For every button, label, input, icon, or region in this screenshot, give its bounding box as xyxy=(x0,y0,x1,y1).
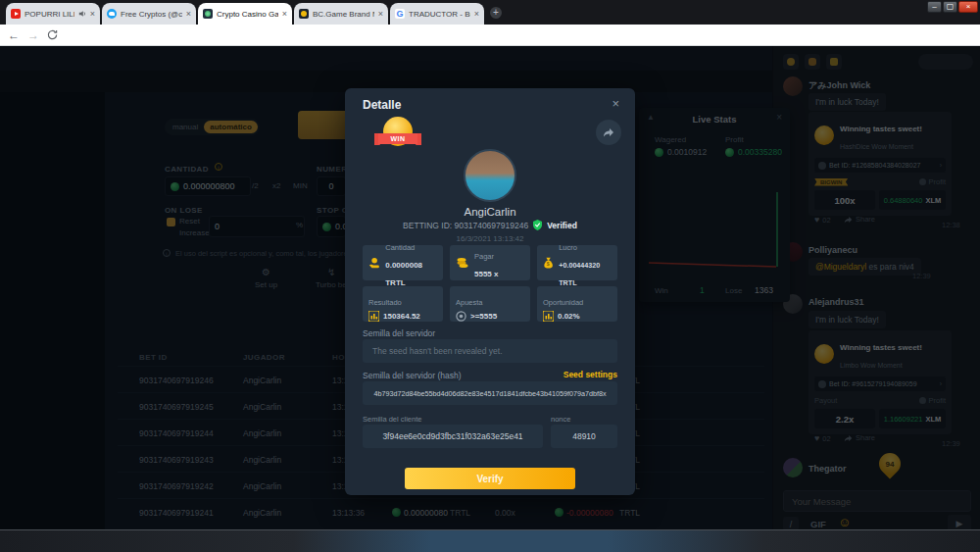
server-seed-value: The seed hasn't been revealed yet. xyxy=(372,346,503,356)
stat-value: 0.0000008 TRTL xyxy=(385,261,422,287)
back-icon[interactable]: ← xyxy=(8,28,20,42)
stat-label: Lucro xyxy=(559,243,577,252)
windows-taskbar: ES ▲ × 01:17 p.m. 16/03/2021 xyxy=(0,529,980,552)
nonce-label: nonce xyxy=(551,415,570,424)
tab-title: POPURRI LILLY GOODMAN xyxy=(24,10,74,19)
server-seed-hash-value: 4b793d72d84be55bd4d06d82e83e4517d1841dfc… xyxy=(373,389,606,398)
tab-google[interactable]: G TRADUCTOR - Buscar con Googl × xyxy=(390,3,484,25)
verified-shield-icon xyxy=(533,220,542,230)
hand-coin-icon xyxy=(368,256,380,270)
tab-title: BC.Game Brand New Medal Ever xyxy=(313,10,374,19)
stat-value: 5555 x xyxy=(474,270,498,278)
chart-icon xyxy=(368,311,379,322)
close-icon[interactable]: × xyxy=(612,96,619,111)
stat-value: >=5555 xyxy=(470,312,497,321)
browser-toolbar: ← → bc.game/limbo ☆ ⋮ xyxy=(0,25,980,46)
bcgame-icon xyxy=(203,9,213,19)
google-icon: G xyxy=(395,9,405,19)
svg-text:$: $ xyxy=(547,261,550,267)
stat-value: 150364.52 xyxy=(383,312,420,321)
tab-title: Free Cryptos (@cryptosfaucets) xyxy=(121,10,182,19)
stat-card-cantidad: Cantidad0.0000008 TRTL xyxy=(363,245,443,280)
stat-card-resultado: Resultado 150364.52 xyxy=(363,286,443,322)
win-medal-badge: WIN xyxy=(372,116,423,155)
stat-label: Apuesta xyxy=(456,298,483,307)
client-seed-value: 3f94ee6e0cd9d3fbc31f032a63e25e41 xyxy=(382,431,522,441)
stat-value: +0.00444320 TRTL xyxy=(559,261,600,287)
stat-value: 0.02% xyxy=(558,312,580,321)
window-maximize-button[interactable]: ▢ xyxy=(943,1,957,13)
nonce-box[interactable]: 48910 xyxy=(551,425,617,448)
modal-title: Detalle xyxy=(363,98,401,112)
betting-id-row: BETTING ID: 9031740697919246 Verified xyxy=(345,220,635,230)
win-medal-label: WIN xyxy=(378,133,417,144)
server-seed-hash-label: Semilla del servidor (hash) xyxy=(363,371,462,380)
tab-close-icon[interactable]: × xyxy=(186,10,191,19)
stat-card-oportunidad: Oportunidad 0.02% xyxy=(537,286,617,322)
money-bag-icon: $ xyxy=(543,256,554,270)
share-icon xyxy=(603,127,614,137)
stat-card-pagar: Pagar5555 x xyxy=(450,245,530,280)
refresh-icon[interactable] xyxy=(47,29,58,40)
server-seed-hash-box[interactable]: 4b793d72d84be55bd4d06d82e83e4517d1841dfc… xyxy=(363,381,617,405)
tab-close-icon[interactable]: × xyxy=(378,10,383,19)
forward-icon[interactable]: → xyxy=(27,28,39,42)
tab-twitter[interactable]: Free Cryptos (@cryptosfaucets) × xyxy=(102,3,196,25)
browser-tabstrip: POPURRI LILLY GOODMAN × Free Cryptos (@c… xyxy=(0,0,980,25)
client-seed-box[interactable]: 3f94ee6e0cd9d3fbc31f032a63e25e41 xyxy=(363,425,543,448)
tab-close-icon[interactable]: × xyxy=(90,10,95,19)
share-button[interactable] xyxy=(596,120,621,145)
verify-button[interactable]: Verify xyxy=(405,468,575,489)
player-avatar[interactable] xyxy=(464,149,516,202)
tab-youtube[interactable]: POPURRI LILLY GOODMAN × xyxy=(6,3,100,25)
target-icon xyxy=(456,311,466,322)
tab-bcgame[interactable]: BC.Game Brand New Medal Ever × xyxy=(294,3,388,25)
window-close-button[interactable]: × xyxy=(958,1,978,13)
twitter-icon xyxy=(107,9,117,19)
chart-icon xyxy=(543,311,554,322)
nonce-value: 48910 xyxy=(572,431,596,441)
stat-card-apuesta: Apuesta >=5555 xyxy=(450,286,530,322)
screen: POPURRI LILLY GOODMAN × Free Cryptos (@c… xyxy=(0,0,980,552)
stat-label: Oportunidad xyxy=(543,298,583,307)
betting-id: BETTING ID: 9031740697919246 xyxy=(403,221,528,230)
tab-title: Crypto Casino Games - The 16 B xyxy=(217,10,278,19)
stat-label: Resultado xyxy=(368,298,402,307)
stat-card-lucro: $ Lucro+0.00444320 TRTL xyxy=(537,245,617,280)
window-minimize-button[interactable]: – xyxy=(927,1,942,13)
server-seed-label: Semilla del servidor xyxy=(363,328,435,338)
server-seed-box: The seed hasn't been revealed yet. xyxy=(363,339,617,363)
seed-settings-link[interactable]: Seed settings xyxy=(564,370,617,379)
bet-detail-modal: Detalle × WIN AngiCarlin BETTING ID: 903… xyxy=(345,88,635,495)
tab-close-icon[interactable]: × xyxy=(282,10,287,19)
coins-icon xyxy=(456,256,469,270)
client-seed-label: Semilla del cliente xyxy=(363,415,421,424)
player-name[interactable]: AngiCarlin xyxy=(345,206,635,218)
new-tab-button[interactable]: + xyxy=(490,7,502,19)
stat-label: Cantidad xyxy=(385,243,415,252)
verified-label: Verified xyxy=(547,221,577,230)
tab-audio-icon[interactable] xyxy=(78,10,86,18)
bcgame-icon xyxy=(299,9,309,19)
tab-title: TRADUCTOR - Buscar con Googl xyxy=(409,10,470,19)
tab-active-casino[interactable]: Crypto Casino Games - The 16 B × xyxy=(198,3,292,25)
stat-label: Pagar xyxy=(474,252,494,261)
tab-close-icon[interactable]: × xyxy=(474,10,479,19)
youtube-icon xyxy=(11,9,21,19)
